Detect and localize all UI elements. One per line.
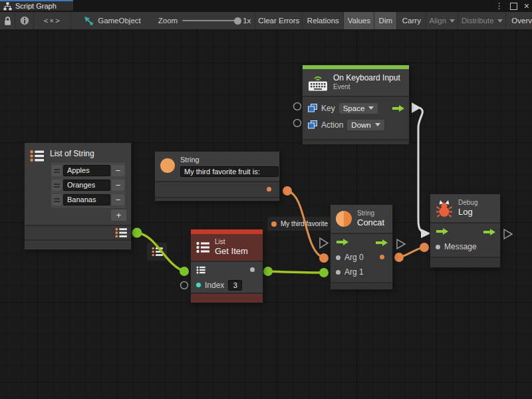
gameobject-icon [83,15,94,26]
remove-item-button[interactable]: − [112,165,124,176]
port-log-message-input[interactable] [420,243,429,252]
port-string-output[interactable] [283,186,292,196]
port-getitem-list-input[interactable] [180,267,189,276]
action-dropdown[interactable]: Down [347,120,384,130]
node-on-keyboard-input[interactable]: On Keyboard Input Event Key Space [303,65,409,140]
message-row: Message [430,239,500,254]
node-title: Concat [357,217,384,228]
flow-arrow-icon[interactable] [375,239,388,249]
relations-button[interactable]: Relations [303,12,344,29]
clear-errors-button[interactable]: Clear Errors [255,12,303,29]
zoom-slider[interactable] [182,20,238,21]
string-value-input[interactable]: My third favorite fruit is: [180,166,279,177]
action-label: Action [321,120,343,130]
values-toggle-button[interactable]: Values [344,12,374,29]
flow-arrow-icon[interactable] [436,227,449,237]
keyboard-icon [308,74,328,92]
kebab-menu-icon[interactable]: ⋮ [495,2,503,10]
port-keyboard-key-input[interactable] [294,103,301,110]
info-button[interactable] [15,12,34,29]
result-dot [380,255,384,259]
zoom-slider-knob[interactable] [234,17,241,25]
arg1-label: Arg 1 [344,267,364,277]
input-dot [436,245,440,249]
string-type-icon [160,158,175,173]
port-getitem-index-input[interactable] [181,282,188,289]
key-dropdown[interactable]: Space [339,103,378,114]
node-category: String [357,209,384,218]
gameobject-label: GameObject [98,17,141,25]
node-footer [25,239,131,248]
close-icon[interactable]: × [524,1,529,11]
flow-row [331,235,392,250]
flow-arrow-icon[interactable] [336,238,349,248]
flow-output-port-log[interactable] [504,229,512,239]
list-item-row: Apples − [52,164,124,178]
key-row: Key Space [303,100,409,116]
key-label: Key [321,104,335,113]
tab-script-graph[interactable]: Script Graph [0,0,73,11]
list-icon [196,241,209,253]
flow-arrow-icon[interactable] [483,228,496,238]
arg0-label: Arg 0 [344,253,364,262]
flow-input-port-concat[interactable] [320,238,328,248]
input-dot [336,255,340,260]
drag-handle-icon[interactable] [52,180,62,191]
carry-button[interactable]: Carry [397,12,426,29]
lock-button[interactable] [0,12,15,29]
graph-canvas[interactable]: My third favorite fr.. [0,29,532,399]
list-item-row: Bananas − [52,193,124,207]
flow-arrow-icon[interactable] [392,104,405,114]
window-stack-icon [308,120,317,129]
node-header: String My third favorite fruit is: [155,152,279,181]
remove-item-button[interactable]: − [112,194,124,205]
node-list-of-string[interactable]: List of String Apples − Oranges − Ban [25,143,131,249]
arg0-row: Arg 0 [331,250,392,265]
flow-output-port-keyboard[interactable] [412,102,421,113]
drag-handle-icon[interactable] [52,194,62,205]
flow-output-port-concat[interactable] [397,239,405,249]
drag-handle-icon[interactable] [52,165,62,176]
node-title: Get Item [215,246,248,257]
node-get-item[interactable]: List Get Item Index 3 [191,229,263,303]
list-item-input[interactable]: Bananas [63,194,110,205]
index-row: Index 3 [191,277,263,293]
list-editor: Apples − Oranges − Bananas − [50,162,126,209]
node-string-literal[interactable]: String My third favorite fruit is: [155,152,279,201]
node-category: Event [333,83,400,92]
graph-owner-gameobject[interactable]: GameObject [76,12,148,29]
distribute-dropdown-button[interactable]: Distribute [458,12,506,29]
code-visibility-button[interactable]: <×> [34,12,71,29]
port-getitem-output[interactable] [263,267,273,276]
node-body [155,181,279,197]
node-body: Message [430,222,500,257]
node-debug-log[interactable]: Debug Log Message [430,194,500,267]
node-concat[interactable]: String Concat Arg 0 [331,205,392,289]
unity-visual-scripting-window: Script Graph ⋮ × <×> [0,0,532,399]
dim-toggle-button[interactable]: Dim [374,12,397,29]
remove-item-button[interactable]: − [112,180,124,191]
error-accent-strip [191,229,263,234]
wire-keyboard-to-log[interactable] [418,108,427,233]
node-header: List Get Item [191,234,263,261]
add-item-button[interactable]: + [111,209,126,221]
maximize-icon[interactable] [510,3,517,10]
wire-list-to-getitem[interactable] [137,233,184,271]
port-concat-arg1-input[interactable] [319,268,329,277]
list-icon [30,150,44,162]
wire-string-to-concat[interactable] [287,191,324,258]
chevron-down-icon [375,123,380,126]
port-list-output[interactable] [132,228,142,238]
index-input[interactable]: 3 [228,280,242,291]
tab-bar: Script Graph ⋮ × [0,0,532,12]
port-keyboard-action-input[interactable] [294,120,301,127]
list-item-input[interactable]: Oranges [63,180,110,191]
wire-getitem-to-concat[interactable] [268,271,324,273]
port-concat-arg0-input[interactable] [319,253,329,263]
overview-button[interactable]: Overv [506,12,532,29]
window-stack-icon [308,104,317,112]
flow-input-port-log[interactable] [421,229,431,238]
align-dropdown-button[interactable]: Align [426,12,458,29]
port-concat-result-output[interactable] [394,253,404,262]
list-item-input[interactable]: Apples [63,165,110,176]
